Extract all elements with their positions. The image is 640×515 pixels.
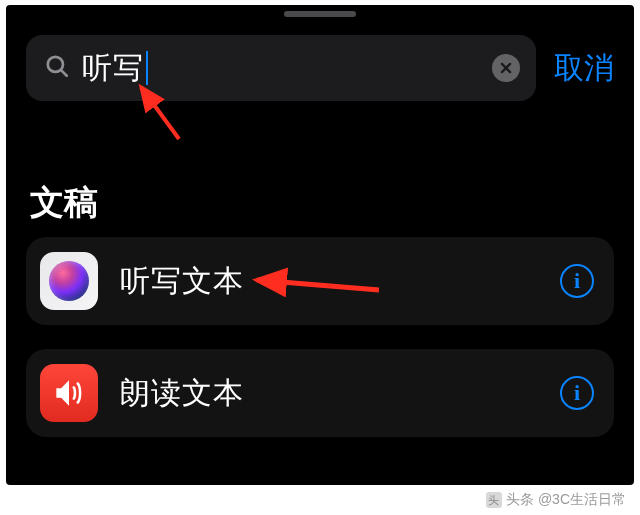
section-title: 文稿 [30,180,98,226]
search-icon [44,53,70,83]
home-indicator [284,11,356,17]
result-label: 听写文本 [120,261,244,302]
clear-icon [499,61,513,75]
result-item-dictate-text[interactable]: 听写文本 i [26,237,614,325]
info-icon: i [574,268,580,294]
cancel-button[interactable]: 取消 [554,48,614,89]
results-list: 听写文本 i 朗读文本 i [26,237,614,461]
watermark: 头 头条 @3C生活日常 [486,491,626,509]
info-icon: i [574,380,580,406]
result-label: 朗读文本 [120,373,244,414]
clear-search-button[interactable] [492,54,520,82]
info-button[interactable]: i [560,264,594,298]
speaker-icon [40,364,98,422]
watermark-logo-icon: 头 [486,492,502,508]
info-button[interactable]: i [560,376,594,410]
app-screen: 听写 取消 文稿 听写文本 i [6,5,634,485]
watermark-account: @3C生活日常 [538,491,626,509]
search-query-text: 听写 [82,48,144,89]
svg-line-1 [61,70,66,75]
siri-icon [40,252,98,310]
search-bar-row: 听写 取消 [26,35,614,101]
text-caret [146,51,148,85]
search-field[interactable]: 听写 [26,35,536,101]
result-item-speak-text[interactable]: 朗读文本 i [26,349,614,437]
watermark-source: 头条 [506,491,534,509]
